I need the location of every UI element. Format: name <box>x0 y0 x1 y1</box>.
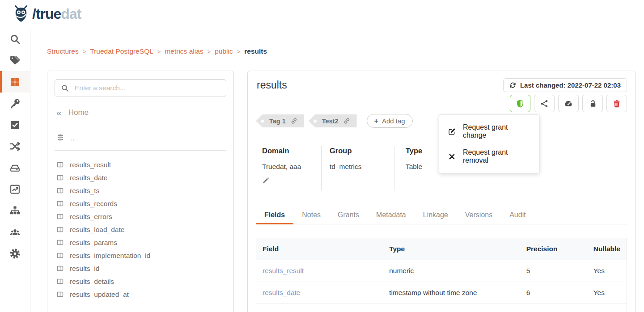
tree-field-item[interactable]: results_date <box>55 171 226 184</box>
shuffle-icon <box>9 141 21 152</box>
breadcrumb-separator: > <box>208 48 211 55</box>
sidebar-item-permissions[interactable] <box>0 93 30 114</box>
edit-domain-button[interactable] <box>262 177 270 184</box>
trash-icon <box>612 99 621 108</box>
action-buttons <box>510 95 627 112</box>
search-input[interactable] <box>74 84 220 93</box>
quality-button[interactable] <box>558 95 579 112</box>
tree-field-item[interactable]: results_errors <box>55 210 226 223</box>
tree-search-box[interactable] <box>55 79 226 97</box>
tree-field-item[interactable]: results_records <box>55 197 226 210</box>
column-icon <box>56 239 64 246</box>
tab-versions[interactable]: Versions <box>457 207 501 224</box>
tag-chip[interactable]: Tag 1 <box>256 114 304 127</box>
sidebar-item-tasks[interactable] <box>0 114 30 135</box>
sidebar-item-structures[interactable] <box>0 71 30 93</box>
plus-icon: + <box>374 118 378 125</box>
field-nullable: Yes <box>587 260 627 282</box>
sidebar-item-search[interactable] <box>0 28 30 50</box>
column-icon <box>56 161 64 169</box>
field-precision: 6 <box>520 282 587 304</box>
detail-group: Group td_metrics <box>321 146 394 190</box>
page: /truedat <box>0 0 644 312</box>
lock-button[interactable] <box>582 95 603 112</box>
breadcrumb-link-system[interactable]: Truedat PostgreSQL <box>90 47 153 55</box>
sidebar-item-systems[interactable] <box>0 157 30 178</box>
tags-icon <box>9 55 21 66</box>
tab-notes[interactable]: Notes <box>293 207 329 224</box>
field-link[interactable]: results_date <box>256 282 383 304</box>
detail-tabs: Fields Notes Grants Metadata Linkage Ver… <box>256 207 627 224</box>
detail-label: Domain <box>262 147 321 155</box>
share-button[interactable] <box>534 95 555 112</box>
tree-home-item[interactable]: « Home <box>56 108 225 117</box>
breadcrumb-current: results <box>244 47 267 55</box>
logo-text: /truedat <box>32 7 81 21</box>
tab-fields[interactable]: Fields <box>256 207 293 224</box>
gear-icon <box>9 248 21 259</box>
tree-field-item[interactable]: results_implementation_id <box>55 249 226 262</box>
tree-field-item[interactable]: results_id <box>55 262 226 275</box>
menu-item-request-grant-removal[interactable]: Request grant removal <box>439 144 539 169</box>
page-title: results <box>257 79 287 91</box>
users-icon <box>9 227 21 238</box>
fields-table: Field Type Precision Nullable results_re… <box>256 238 627 312</box>
menu-item-request-grant-change[interactable]: Request grant change <box>439 119 539 144</box>
protection-button[interactable] <box>510 95 530 112</box>
column-header-nullable: Nullable <box>587 238 627 260</box>
tab-metadata[interactable]: Metadata <box>368 207 415 224</box>
tab-audit[interactable]: Audit <box>501 207 534 224</box>
sidebar-item-groups[interactable] <box>0 221 30 243</box>
breadcrumb-separator: > <box>83 48 86 55</box>
hard-drive-icon <box>9 162 21 173</box>
app-header: /truedat <box>0 0 644 28</box>
tree-field-item[interactable]: results_params <box>55 236 226 249</box>
column-header-type: Type <box>383 238 520 260</box>
link-icon[interactable] <box>291 118 297 124</box>
field-list: results_result results_date results_ts r… <box>55 158 226 301</box>
sidebar-item-relations[interactable] <box>0 135 30 157</box>
field-link[interactable]: results_result <box>256 260 383 282</box>
column-icon <box>56 226 64 233</box>
collapse-icon: « <box>56 108 62 117</box>
truedat-logo[interactable]: /truedat <box>12 4 81 23</box>
tab-linkage[interactable]: Linkage <box>415 207 457 224</box>
field-link[interactable]: results_ts <box>256 304 383 312</box>
table-row: results_result numeric 5 Yes <box>256 260 627 282</box>
last-changed-label: Last changed: 2022-07-22 02:03 <box>520 81 621 89</box>
tree-field-item[interactable]: results_updated_at <box>55 288 226 301</box>
last-changed-button[interactable]: Last changed: 2022-07-22 02:03 <box>503 78 627 92</box>
table-row: results_date timestamp without time zone… <box>256 282 627 304</box>
breadcrumb-link-structures[interactable]: Structures <box>47 47 79 55</box>
structure-tree-panel: « Home .. results_result results_date re… <box>47 71 234 312</box>
gauge-icon <box>564 99 573 108</box>
sidebar-item-settings[interactable] <box>0 243 30 264</box>
tab-grants[interactable]: Grants <box>329 207 368 224</box>
column-icon <box>56 265 64 272</box>
grant-dropdown-menu: Request grant change Request grant remov… <box>439 114 540 173</box>
shield-icon <box>516 99 525 108</box>
tree-parent-item[interactable]: .. <box>55 133 226 143</box>
breadcrumb-link-schema[interactable]: public <box>215 47 233 55</box>
detail-value: td_metrics <box>330 163 394 171</box>
tree-field-item[interactable]: results_details <box>55 275 226 288</box>
refresh-icon <box>509 82 516 89</box>
tree-field-item[interactable]: results_ts <box>55 184 226 197</box>
column-icon <box>56 200 64 207</box>
link-icon[interactable] <box>343 118 350 124</box>
sidebar-item-lineage[interactable] <box>0 200 30 221</box>
sidebar-item-quality[interactable] <box>0 178 30 200</box>
tree-field-item[interactable]: results_result <box>55 158 226 171</box>
sidebar-item-tags[interactable] <box>0 50 30 71</box>
add-tag-button[interactable]: + Add tag <box>367 114 413 128</box>
menu-item-label: Request grant change <box>463 123 530 139</box>
structure-detail-panel: results Last changed: 2022-07-22 02:03 <box>247 71 636 312</box>
delete-button[interactable] <box>606 95 627 112</box>
tag-chip[interactable]: Test2 <box>309 114 357 127</box>
column-header-field: Field <box>256 238 383 260</box>
detail-value: Truedat, aaa <box>262 163 321 171</box>
owl-logo-icon <box>12 4 30 23</box>
key-icon <box>9 98 21 109</box>
tree-field-item[interactable]: results_load_date <box>55 223 226 236</box>
breadcrumb-link-database[interactable]: metrics alias <box>165 47 203 55</box>
